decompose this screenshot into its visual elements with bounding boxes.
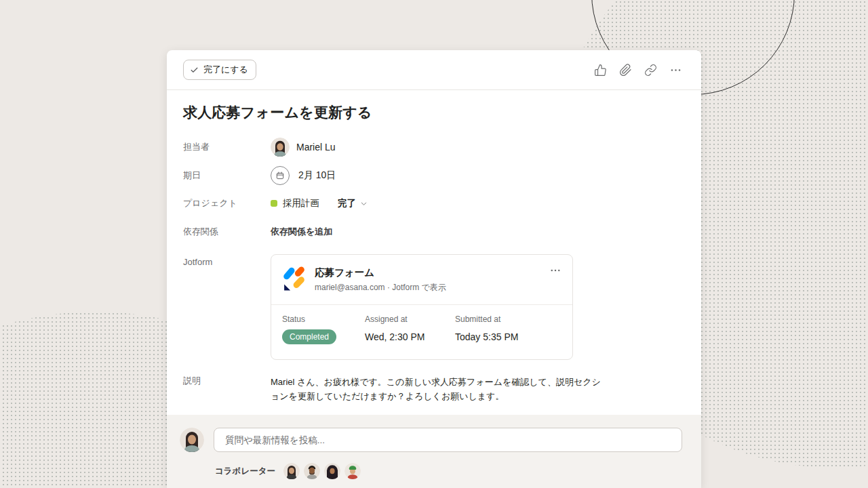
thumbs-up-icon: [594, 64, 607, 77]
collaborator-avatars: [283, 463, 361, 479]
assignee-label: 担当者: [183, 141, 271, 153]
jotform-submitted-column: Submitted at Today 5:35 PM: [455, 314, 518, 344]
dependencies-row: 依存関係 依存関係を追加: [167, 226, 701, 238]
collaborator-avatar-2[interactable]: [304, 463, 320, 479]
assigned-at-value: Wed, 2:30 PM: [365, 331, 455, 342]
jotform-card: 応募フォーム mariel@asana.com · Jotform で表示 St…: [271, 254, 573, 360]
calendar-icon[interactable]: [271, 166, 290, 185]
project-name[interactable]: 採用計画: [283, 197, 319, 209]
check-icon: [190, 66, 199, 75]
paperclip-icon: [619, 64, 632, 77]
status-column-label: Status: [282, 314, 365, 324]
assignee-avatar[interactable]: [271, 138, 290, 157]
task-title[interactable]: 求人応募フォームを更新する: [183, 102, 685, 123]
jotform-label: Jotform: [183, 254, 271, 267]
collaborator-avatar-1[interactable]: [283, 463, 300, 479]
comment-row: [167, 415, 701, 452]
assignee-row: 担当者 Mariel Lu: [167, 138, 701, 157]
project-section-dropdown[interactable]: 完了: [338, 197, 368, 209]
jotform-logo: [282, 266, 307, 291]
status-badge: Completed: [282, 329, 336, 344]
title-block: 求人応募フォームを更新する: [167, 90, 701, 123]
submitted-at-value: Today 5:35 PM: [455, 331, 518, 342]
task-detail-panel: 完了にする 求人応募フォームを更新する 担当者 Mariel Lu 期日: [167, 50, 701, 488]
submitted-at-label: Submitted at: [455, 314, 518, 324]
comment-footer: コラボレーター: [167, 415, 701, 488]
chevron-down-icon: [360, 200, 368, 207]
mark-complete-button[interactable]: 完了にする: [183, 60, 256, 80]
comment-input[interactable]: [214, 428, 682, 452]
jotform-status-column: Status Completed: [282, 314, 365, 344]
like-button[interactable]: [591, 60, 610, 79]
more-actions-button[interactable]: [666, 60, 685, 79]
jotform-card-header: 応募フォーム mariel@asana.com · Jotform で表示: [271, 255, 572, 304]
project-color-dot: [271, 200, 277, 207]
jotform-form-title[interactable]: 応募フォーム: [315, 266, 446, 279]
description-row: 説明 Mariel さん、お疲れ様です。この新しい求人応募フォームを確認して、説…: [167, 375, 701, 403]
due-date-row: 期日 2月 10日: [167, 166, 701, 185]
jotform-form-subtitle[interactable]: mariel@asana.com · Jotform で表示: [315, 282, 446, 293]
mark-complete-label: 完了にする: [203, 64, 248, 76]
collaborators-row: コラボレーター: [167, 463, 701, 479]
jotform-card-more-button[interactable]: [547, 263, 564, 278]
project-row: プロジェクト 採用計画 完了: [167, 197, 701, 209]
current-user-avatar: [180, 428, 204, 452]
dependencies-label: 依存関係: [183, 226, 271, 238]
project-label: プロジェクト: [183, 197, 271, 209]
task-fields: 担当者 Mariel Lu 期日 2月 10日 プロジェクト 採用計画 完了 依…: [167, 123, 701, 403]
ellipsis-icon: [669, 64, 682, 77]
attach-button[interactable]: [616, 60, 635, 79]
collaborator-avatar-3[interactable]: [324, 463, 340, 479]
assigned-at-label: Assigned at: [365, 314, 455, 324]
project-section-value: 完了: [338, 197, 356, 209]
assignee-name[interactable]: Mariel Lu: [296, 142, 336, 152]
description-label: 説明: [183, 375, 271, 387]
collaborator-avatar-4[interactable]: [344, 463, 361, 479]
description-text[interactable]: Mariel さん、お疲れ様です。この新しい求人応募フォームを確認して、説明セク…: [271, 375, 601, 403]
copy-link-button[interactable]: [641, 60, 660, 79]
jotform-card-titles: 応募フォーム mariel@asana.com · Jotform で表示: [315, 266, 446, 293]
collaborators-label: コラボレーター: [215, 466, 275, 477]
jotform-row: Jotform 応募フォーム mariel@asana.com · Jotfor…: [167, 254, 701, 360]
jotform-assigned-column: Assigned at Wed, 2:30 PM: [365, 314, 455, 344]
add-dependency-button[interactable]: 依存関係を追加: [271, 226, 332, 238]
due-date-label: 期日: [183, 169, 271, 182]
task-toolbar: 完了にする: [167, 50, 701, 90]
link-icon: [644, 64, 657, 77]
jotform-card-body: Status Completed Assigned at Wed, 2:30 P…: [271, 305, 572, 359]
ellipsis-icon: [549, 264, 561, 277]
due-date-value[interactable]: 2月 10日: [298, 169, 336, 182]
